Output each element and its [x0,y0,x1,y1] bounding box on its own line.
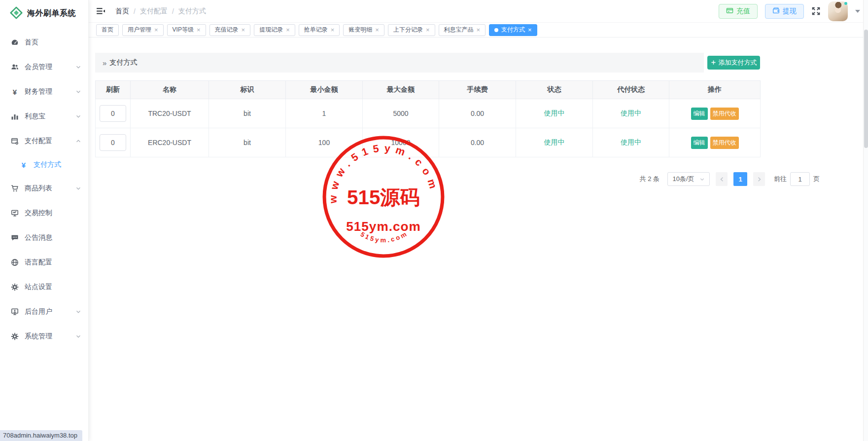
page-title: 支付方式 [109,58,137,67]
recharge-button[interactable]: 充值 [719,4,758,19]
sidebar-item-products[interactable]: 商品列表 [0,176,88,201]
sidebar-item-site-settings[interactable]: 站点设置 [0,275,88,299]
tab-pay-method[interactable]: 支付方式× [489,24,537,36]
close-icon[interactable]: × [477,27,481,33]
close-icon[interactable]: × [197,27,201,33]
sidebar-item-lixibao[interactable]: 利息宝 [0,104,88,129]
user-menu-caret-icon[interactable] [855,10,860,13]
sidebar-item-payment-config[interactable]: 支付配置 [0,129,88,153]
sidebar-item-language[interactable]: 语言配置 [0,250,88,275]
sidebar-item-trade-control[interactable]: 交易控制 [0,201,88,225]
dashboard-icon [10,38,19,46]
refresh-count-input[interactable] [100,105,126,122]
max-amount-cell: 5000 [363,99,439,128]
app-logo: 海外刷单系统 [0,0,88,25]
wallet-icon [772,7,780,16]
close-icon[interactable]: × [242,27,245,33]
prev-page-button[interactable] [716,172,728,186]
page-size-select[interactable]: 10条/页 [667,172,710,186]
breadcrumb-separator: / [134,7,136,15]
scrollbar-thumb[interactable] [864,30,868,148]
close-icon[interactable]: × [426,27,430,33]
tab-lixibao[interactable]: 利息宝产品× [439,24,486,36]
breadcrumb-home[interactable]: 首页 [115,7,129,16]
sidebar-item-label: 商品列表 [25,184,75,193]
sidebar-item-members[interactable]: 会员管理 [0,55,88,79]
panel-header: » 支付方式 添加支付方式 [95,53,760,73]
tab-home[interactable]: 首页 [96,24,119,36]
pay-status-text: 使用中 [621,138,641,146]
sidebar-item-label: 语言配置 [25,258,81,267]
code-cell: bit [209,99,286,128]
close-icon[interactable]: × [331,27,335,33]
sidebar-item-label: 系统管理 [25,332,75,341]
pagination-total: 共 2 条 [640,175,660,184]
code-cell: bit [209,128,286,157]
tab-users[interactable]: 用户管理× [122,24,164,36]
page-content: » 支付方式 添加支付方式 刷新名称标识最小金额最大金额手续费状态代付状态操作 … [89,37,868,441]
edit-button[interactable]: 编辑 [691,108,708,120]
table-header-row: 刷新名称标识最小金额最大金额手续费状态代付状态操作 [96,81,761,99]
sidebar-subitem-label: 支付方式 [34,160,81,169]
sidebar-item-label: 首页 [25,38,81,47]
sidebar-item-announcements[interactable]: 公告消息 [0,225,88,250]
tab-recharge[interactable]: 充值记录× [209,24,251,36]
collapse-menu-icon[interactable] [96,7,105,15]
status-text-cell: 使用中 [516,128,593,157]
tab-withdraw[interactable]: 提现记录× [254,24,295,36]
close-icon[interactable]: × [375,27,379,33]
sidebar-item-system[interactable]: 系统管理 [0,324,88,349]
sidebar-subitem-payment-method[interactable]: ¥支付方式 [0,153,88,176]
avatar[interactable] [828,1,848,21]
next-page-button[interactable] [753,172,765,186]
main-area: 首页 / 支付配置 / 支付方式 充值 [89,0,868,441]
add-payment-method-button[interactable]: 添加支付方式 [707,56,760,70]
sidebar-item-finance[interactable]: ¥财务管理 [0,79,88,104]
actions-cell: 编辑禁用代收 [669,128,761,157]
recharge-label: 充值 [736,7,750,16]
sidebar-item-home[interactable]: 首页 [0,30,88,55]
tab-balance-log[interactable]: 账变明细× [343,24,384,36]
breadcrumb-payment-config[interactable]: 支付配置 [140,7,168,16]
withdraw-button[interactable]: 提现 [765,4,804,19]
plus-icon [711,59,716,67]
edit-button[interactable]: 编辑 [691,137,708,149]
sidebar-menu: 首页会员管理¥财务管理利息宝支付配置¥支付方式商品列表交易控制公告消息语言配置站… [0,25,88,349]
column-header: 代付状态 [593,81,669,99]
scrollbar[interactable] [863,0,868,441]
column-header: 最大金额 [363,81,439,99]
pay-status-text-cell: 使用中 [593,128,669,157]
disable-collection-button[interactable]: 禁用代收 [710,108,739,120]
sidebar-item-label: 站点设置 [25,283,81,292]
close-icon[interactable]: × [528,27,532,33]
refresh-cell [96,128,131,157]
tab-label: 抢单记录 [304,26,328,34]
tab-active-dot [494,28,498,32]
close-icon[interactable]: × [286,27,290,33]
app-window: 海外刷单系统 首页会员管理¥财务管理利息宝支付配置¥支付方式商品列表交易控制公告… [0,0,868,441]
tab-label: 用户管理 [128,26,151,34]
yen-icon: ¥ [10,88,19,96]
top-bar-actions: 充值 提现 [719,1,860,21]
chevron-down-icon [699,177,705,182]
breadcrumb-separator: / [172,7,174,15]
page-number-1[interactable]: 1 [733,172,747,186]
goto-page-input[interactable] [790,172,810,186]
tab-label: VIP等级 [173,26,194,34]
status-text-cell: 使用中 [516,99,593,128]
sidebar-item-admin-users[interactable]: 后台用户 [0,299,88,324]
message-icon [10,234,19,242]
refresh-count-input[interactable] [100,134,126,151]
cart-icon [10,184,19,192]
min-amount-cell: 100 [286,128,363,157]
gear-icon [10,332,19,340]
close-icon[interactable]: × [154,27,158,33]
pay-status-text-cell: 使用中 [593,99,669,128]
disable-collection-button[interactable]: 禁用代收 [710,137,739,149]
tab-vip[interactable]: VIP等级× [167,24,206,36]
online-status-dot [844,2,847,5]
goto-page-group: 前往 页 [774,172,820,186]
tab-orders[interactable]: 抢单记录× [299,24,340,36]
fullscreen-icon[interactable] [811,6,821,16]
tab-updown[interactable]: 上下分记录× [388,24,435,36]
